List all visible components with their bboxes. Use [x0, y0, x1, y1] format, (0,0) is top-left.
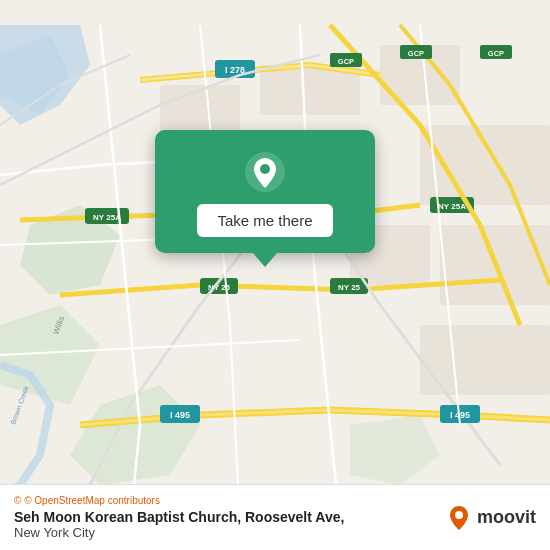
osm-credit: © © OpenStreetMap contributors [14, 495, 344, 506]
map-container: I 278 NY 25A NY 25A NY 25 NY 25 I 495 I … [0, 0, 550, 550]
moovit-text: moovit [477, 507, 536, 528]
svg-text:NY 25A: NY 25A [438, 202, 466, 211]
svg-text:GCP: GCP [488, 49, 504, 58]
svg-text:NY 25: NY 25 [338, 283, 361, 292]
place-name-line2: New York City [14, 525, 344, 540]
svg-text:GCP: GCP [408, 49, 424, 58]
bottom-bar: © © OpenStreetMap contributors Seh Moon … [0, 484, 550, 550]
svg-text:GCP: GCP [338, 57, 354, 66]
copyright-symbol: © [14, 495, 21, 506]
location-pin-icon [243, 150, 287, 194]
place-name-line1: Seh Moon Korean Baptist Church, Roosevel… [14, 509, 344, 525]
svg-rect-4 [420, 125, 550, 205]
moovit-logo: moovit [445, 504, 536, 532]
credit-text: © OpenStreetMap contributors [24, 495, 160, 506]
svg-text:NY 25A: NY 25A [93, 213, 121, 222]
bottom-left-info: © © OpenStreetMap contributors Seh Moon … [14, 495, 344, 540]
take-me-there-button[interactable]: Take me there [197, 204, 332, 237]
svg-point-33 [260, 164, 270, 174]
svg-text:I 495: I 495 [170, 410, 190, 420]
map-roads: I 278 NY 25A NY 25A NY 25 NY 25 I 495 I … [0, 0, 550, 550]
popup-card: Take me there [155, 130, 375, 253]
moovit-pin-icon [445, 504, 473, 532]
svg-point-34 [455, 511, 463, 519]
